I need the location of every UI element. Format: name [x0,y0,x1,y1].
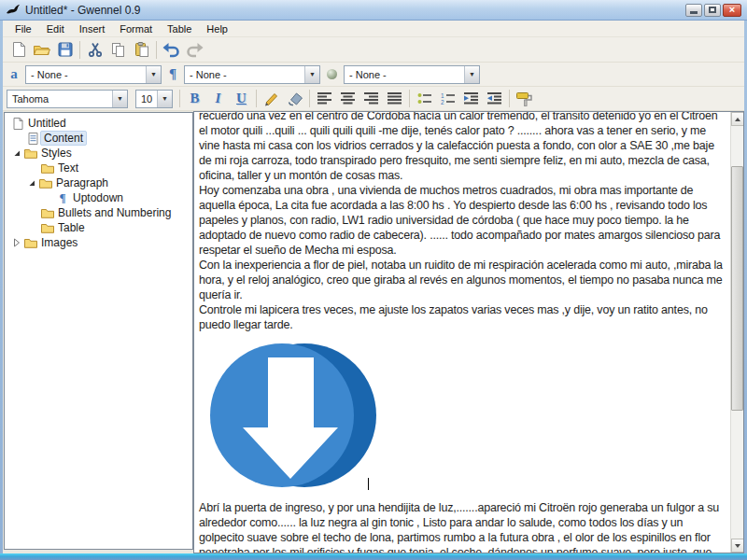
svg-text:2: 2 [441,99,444,105]
scrollbar-thumb[interactable] [731,166,743,411]
chevron-down-icon[interactable]: ▼ [304,66,319,83]
menu-table[interactable]: Table [160,21,199,36]
align-center-button[interactable] [336,88,359,109]
tree-item-images[interactable]: Images [5,235,192,250]
chevron-down-icon[interactable]: ▼ [146,66,161,83]
decrease-indent-icon [487,92,502,105]
open-folder-icon [33,41,50,58]
tree-item-styles[interactable]: Styles [5,146,192,161]
underline-icon: U [236,91,247,106]
document-icon [10,117,25,130]
tree-item-label: Content [40,131,87,146]
toolbar-separator [309,90,310,107]
vertical-scrollbar[interactable] [730,112,743,553]
font-family-select[interactable]: Tahoma ▼ [7,90,128,108]
tree-item-text[interactable]: Text [5,161,192,175]
list-style-sphere-icon [327,69,337,79]
window-frame-bottom [0,553,747,560]
redo-button[interactable] [183,39,206,61]
menu-insert[interactable]: Insert [72,21,113,36]
uptodown-logo-image[interactable] [210,332,378,500]
folder-icon [40,161,55,175]
font-family-value: Tahoma [7,93,112,105]
bold-icon: B [190,91,199,106]
scroll-up-button[interactable] [731,112,744,126]
folder-icon [23,236,38,249]
tree-item-bullets-numbering[interactable]: Bullets and Numbering [5,205,192,220]
tree-item-untitled[interactable]: Untitled [5,116,192,131]
text-cursor-caret [368,478,369,490]
align-right-icon [364,92,379,105]
tree-item-label: Styles [38,147,75,160]
menu-help[interactable]: Help [199,21,235,36]
tree-item-label: Bullets and Numbering [55,206,174,219]
font-size-select[interactable]: 10 ▼ [135,90,173,108]
chevron-down-icon[interactable]: ▼ [464,66,479,83]
tree-item-label: Untitled [25,117,69,130]
justify-button[interactable] [383,88,406,109]
new-document-button[interactable] [7,39,30,61]
align-center-icon [341,92,356,105]
list-style-select[interactable]: - None - ▼ [344,65,480,84]
document-paragraph: Con la inexperiencia a flor de piel, not… [199,258,729,302]
folder-icon [23,147,38,160]
underline-button[interactable]: U [230,88,253,109]
format-painter-button[interactable] [513,88,536,109]
paste-button[interactable] [130,39,153,61]
paragraph-style-select[interactable]: - None - ▼ [184,65,320,84]
tree-item-label: Uptodown [70,191,126,204]
cut-button[interactable] [83,39,106,61]
save-button[interactable] [53,39,77,61]
chevron-down-icon[interactable]: ▼ [112,91,127,107]
list-style-value: - None - [345,69,464,80]
italic-icon: I [216,91,221,106]
chevron-down-icon[interactable]: ▼ [157,91,172,107]
paste-clipboard-icon [134,41,150,58]
open-button[interactable] [30,39,53,61]
align-left-button[interactable] [313,88,336,109]
menu-edit[interactable]: Edit [39,21,72,36]
tree-item-table[interactable]: Table [5,220,192,235]
minimize-button[interactable] [685,4,702,17]
document-text-icon [25,132,40,145]
character-style-select[interactable]: - None - ▼ [25,65,162,84]
menu-file[interactable]: File [7,21,39,36]
copy-button[interactable] [106,39,130,61]
align-right-button[interactable] [359,88,383,109]
increase-indent-icon [464,92,479,105]
maximize-button[interactable] [704,4,721,17]
toolbar-separator [256,90,257,107]
document-paragraph: recuerdo una vez en el centro de Córdoba… [199,111,729,183]
close-button[interactable]: × [723,4,741,17]
font-color-button[interactable] [260,88,283,109]
undo-button[interactable] [160,39,183,61]
toolbar-separator [79,41,80,59]
character-style-icon: a [7,66,21,82]
document-tree-panel: Untitled Content Styles Text [4,112,193,550]
bold-button[interactable]: B [183,88,206,109]
document-editor[interactable]: recuerdo una vez en el centro de Córdoba… [193,111,744,553]
menu-format[interactable]: Format [112,21,160,36]
bullet-list-button[interactable] [413,88,436,109]
scroll-down-button[interactable] [731,539,744,553]
italic-button[interactable]: I [206,88,230,109]
character-style-value: - None - [26,69,146,80]
tree-item-content[interactable]: Content [5,131,192,146]
tree-item-label: Paragraph [53,176,111,189]
title-bar[interactable]: Untitled* - Gwennel 0.9 × [0,0,747,21]
highlight-button[interactable] [283,88,306,109]
tree-item-paragraph[interactable]: Paragraph [5,175,192,190]
minimize-icon [690,11,698,14]
tree-item-uptodown[interactable]: ¶ Uptodown [5,190,192,205]
tree-collapsed-icon[interactable] [10,236,23,249]
tree-expanded-icon[interactable] [25,176,38,189]
close-icon: × [729,5,735,15]
fill-bucket-icon [286,91,304,107]
document-content: recuerdo una vez en el centro de Córdoba… [199,111,729,553]
increase-indent-button[interactable] [459,88,483,109]
copy-icon [110,41,127,58]
decrease-indent-button[interactable] [483,88,506,109]
numbered-list-button[interactable]: 1 2 [436,88,459,109]
tree-expanded-icon[interactable] [10,147,23,160]
window-title: Untitled* - Gwennel 0.9 [25,4,685,17]
